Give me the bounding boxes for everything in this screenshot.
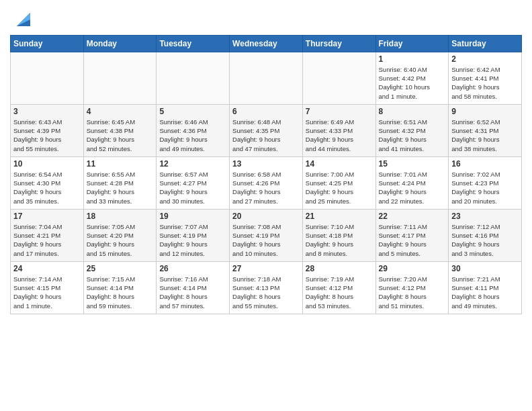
day-info: Sunrise: 7:15 AM Sunset: 4:14 PM Dayligh… (87, 275, 154, 310)
day-info: Sunrise: 7:12 AM Sunset: 4:16 PM Dayligh… (451, 222, 519, 258)
calendar-cell (157, 52, 230, 104)
day-number: 13 (232, 159, 300, 169)
calendar-cell (11, 52, 84, 104)
day-info: Sunrise: 7:01 AM Sunset: 4:24 PM Dayligh… (379, 170, 446, 205)
day-info: Sunrise: 6:48 AM Sunset: 4:35 PM Dayligh… (232, 118, 300, 153)
day-info: Sunrise: 6:52 AM Sunset: 4:31 PM Dayligh… (451, 118, 519, 153)
day-info: Sunrise: 6:49 AM Sunset: 4:33 PM Dayligh… (306, 118, 373, 153)
calendar-cell: 15Sunrise: 7:01 AM Sunset: 4:24 PM Dayli… (375, 156, 449, 209)
calendar-cell: 28Sunrise: 7:19 AM Sunset: 4:12 PM Dayli… (302, 261, 375, 314)
day-info: Sunrise: 6:51 AM Sunset: 4:32 PM Dayligh… (379, 118, 446, 153)
day-info: Sunrise: 7:11 AM Sunset: 4:17 PM Dayligh… (379, 222, 446, 258)
calendar-cell: 17Sunrise: 7:04 AM Sunset: 4:21 PM Dayli… (11, 209, 84, 261)
day-info: Sunrise: 7:16 AM Sunset: 4:14 PM Dayligh… (159, 275, 226, 310)
calendar-cell: 30Sunrise: 7:21 AM Sunset: 4:11 PM Dayli… (449, 261, 522, 314)
day-number: 11 (87, 159, 154, 169)
day-info: Sunrise: 7:08 AM Sunset: 4:19 PM Dayligh… (232, 222, 300, 258)
calendar-cell: 10Sunrise: 6:54 AM Sunset: 4:30 PM Dayli… (11, 156, 84, 209)
logo-text (10, 10, 33, 32)
day-info: Sunrise: 6:45 AM Sunset: 4:38 PM Dayligh… (87, 118, 154, 153)
day-number: 23 (451, 212, 519, 221)
calendar-cell: 29Sunrise: 7:20 AM Sunset: 4:12 PM Dayli… (375, 261, 449, 314)
calendar-cell: 12Sunrise: 6:57 AM Sunset: 4:27 PM Dayli… (157, 156, 230, 209)
day-number: 29 (379, 264, 446, 273)
day-number: 10 (13, 159, 81, 169)
calendar-cell: 23Sunrise: 7:12 AM Sunset: 4:16 PM Dayli… (449, 209, 522, 261)
day-number: 20 (232, 212, 300, 221)
calendar-week-row: 17Sunrise: 7:04 AM Sunset: 4:21 PM Dayli… (11, 209, 522, 261)
day-info: Sunrise: 7:10 AM Sunset: 4:18 PM Dayligh… (306, 222, 373, 258)
calendar-cell: 25Sunrise: 7:15 AM Sunset: 4:14 PM Dayli… (83, 261, 157, 314)
day-info: Sunrise: 7:02 AM Sunset: 4:23 PM Dayligh… (451, 170, 519, 205)
day-number: 28 (306, 264, 373, 273)
calendar-cell: 19Sunrise: 7:07 AM Sunset: 4:19 PM Dayli… (157, 209, 230, 261)
day-info: Sunrise: 6:42 AM Sunset: 4:41 PM Dayligh… (451, 65, 519, 101)
weekday-header: Wednesday (230, 35, 303, 52)
calendar-week-row: 1Sunrise: 6:40 AM Sunset: 4:42 PM Daylig… (11, 52, 522, 104)
calendar-cell: 18Sunrise: 7:05 AM Sunset: 4:20 PM Dayli… (83, 209, 157, 261)
calendar-cell: 21Sunrise: 7:10 AM Sunset: 4:18 PM Dayli… (302, 209, 375, 261)
weekday-header: Thursday (302, 35, 375, 52)
calendar-cell: 24Sunrise: 7:14 AM Sunset: 4:15 PM Dayli… (11, 261, 84, 314)
day-info: Sunrise: 6:57 AM Sunset: 4:27 PM Dayligh… (159, 170, 226, 205)
day-number: 12 (159, 159, 226, 169)
day-number: 24 (13, 264, 81, 273)
calendar-cell: 14Sunrise: 7:00 AM Sunset: 4:25 PM Dayli… (302, 156, 375, 209)
day-number: 22 (379, 212, 446, 221)
calendar-cell: 6Sunrise: 6:48 AM Sunset: 4:35 PM Daylig… (230, 104, 303, 156)
calendar-body: 1Sunrise: 6:40 AM Sunset: 4:42 PM Daylig… (11, 52, 522, 314)
day-info: Sunrise: 6:54 AM Sunset: 4:30 PM Dayligh… (13, 170, 81, 205)
day-number: 21 (306, 212, 373, 221)
day-info: Sunrise: 6:43 AM Sunset: 4:39 PM Dayligh… (13, 118, 81, 153)
day-info: Sunrise: 7:18 AM Sunset: 4:13 PM Dayligh… (232, 275, 300, 310)
day-number: 17 (13, 212, 81, 221)
weekday-header: Tuesday (157, 35, 230, 52)
calendar-cell: 5Sunrise: 6:46 AM Sunset: 4:36 PM Daylig… (157, 104, 230, 156)
day-number: 9 (451, 107, 519, 116)
calendar-cell (230, 52, 303, 104)
day-number: 26 (159, 264, 226, 273)
day-number: 4 (87, 107, 154, 116)
day-number: 2 (451, 54, 519, 64)
day-number: 30 (451, 264, 519, 273)
calendar-cell (302, 52, 375, 104)
calendar-cell: 22Sunrise: 7:11 AM Sunset: 4:17 PM Dayli… (375, 209, 449, 261)
header (10, 7, 522, 30)
calendar-cell (83, 52, 157, 104)
calendar-week-row: 24Sunrise: 7:14 AM Sunset: 4:15 PM Dayli… (11, 261, 522, 314)
calendar-cell: 9Sunrise: 6:52 AM Sunset: 4:31 PM Daylig… (449, 104, 522, 156)
day-number: 8 (379, 107, 446, 116)
day-number: 15 (379, 159, 446, 169)
day-info: Sunrise: 6:55 AM Sunset: 4:28 PM Dayligh… (87, 170, 154, 205)
calendar-cell: 16Sunrise: 7:02 AM Sunset: 4:23 PM Dayli… (449, 156, 522, 209)
weekday-header: Monday (83, 35, 157, 52)
calendar-cell: 2Sunrise: 6:42 AM Sunset: 4:41 PM Daylig… (449, 52, 522, 104)
calendar-week-row: 10Sunrise: 6:54 AM Sunset: 4:30 PM Dayli… (11, 156, 522, 209)
calendar-cell: 26Sunrise: 7:16 AM Sunset: 4:14 PM Dayli… (157, 261, 230, 314)
day-number: 1 (379, 54, 446, 64)
calendar-cell: 20Sunrise: 7:08 AM Sunset: 4:19 PM Dayli… (230, 209, 303, 261)
day-number: 19 (159, 212, 226, 221)
weekday-header: Saturday (449, 35, 522, 52)
calendar-cell: 3Sunrise: 6:43 AM Sunset: 4:39 PM Daylig… (11, 104, 84, 156)
day-info: Sunrise: 7:04 AM Sunset: 4:21 PM Dayligh… (13, 222, 81, 258)
day-number: 25 (87, 264, 154, 273)
calendar-cell: 7Sunrise: 6:49 AM Sunset: 4:33 PM Daylig… (302, 104, 375, 156)
day-info: Sunrise: 6:46 AM Sunset: 4:36 PM Dayligh… (159, 118, 226, 153)
day-info: Sunrise: 7:05 AM Sunset: 4:20 PM Dayligh… (87, 222, 154, 258)
calendar-header-row: SundayMondayTuesdayWednesdayThursdayFrid… (11, 35, 522, 52)
weekday-header: Friday (375, 35, 449, 52)
day-number: 7 (306, 107, 373, 116)
day-info: Sunrise: 7:19 AM Sunset: 4:12 PM Dayligh… (306, 275, 373, 310)
day-number: 3 (13, 107, 81, 116)
logo (10, 10, 33, 30)
day-info: Sunrise: 7:00 AM Sunset: 4:25 PM Dayligh… (306, 170, 373, 205)
calendar-cell: 27Sunrise: 7:18 AM Sunset: 4:13 PM Dayli… (230, 261, 303, 314)
day-info: Sunrise: 6:40 AM Sunset: 4:42 PM Dayligh… (379, 65, 446, 101)
weekday-header: Sunday (11, 35, 84, 52)
page-container: SundayMondayTuesdayWednesdayThursdayFrid… (0, 0, 532, 411)
day-number: 6 (232, 107, 300, 116)
calendar-cell: 13Sunrise: 6:58 AM Sunset: 4:26 PM Dayli… (230, 156, 303, 209)
calendar-table: SundayMondayTuesdayWednesdayThursdayFrid… (10, 35, 522, 314)
calendar-cell: 11Sunrise: 6:55 AM Sunset: 4:28 PM Dayli… (83, 156, 157, 209)
